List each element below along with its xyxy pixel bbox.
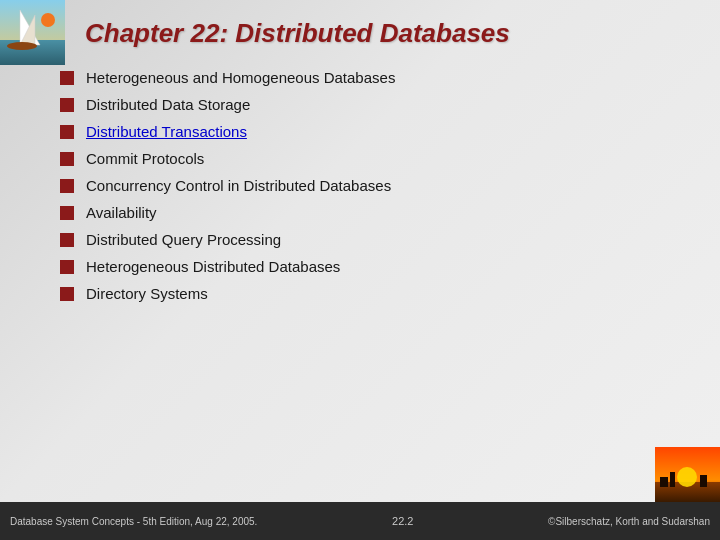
bullet-text: Distributed Data Storage (86, 96, 250, 113)
bullet-icon (60, 179, 74, 193)
list-item: Distributed Query Processing (60, 231, 680, 248)
bullet-icon (60, 287, 74, 301)
bullet-text: Concurrency Control in Distributed Datab… (86, 177, 391, 194)
sailboat-image (0, 0, 65, 65)
svg-point-8 (677, 467, 697, 487)
svg-rect-9 (660, 477, 668, 487)
list-item: Distributed Transactions (60, 123, 680, 140)
svg-point-5 (7, 42, 37, 50)
svg-point-2 (41, 13, 55, 27)
footer-center: 22.2 (392, 515, 413, 527)
slide-title: Chapter 22: Distributed Databases (85, 18, 510, 48)
list-item: Availability (60, 204, 680, 221)
bullet-icon (60, 98, 74, 112)
bullet-text: Heterogeneous and Homogeneous Databases (86, 69, 395, 86)
bullet-link-text[interactable]: Distributed Transactions (86, 123, 247, 140)
bullet-icon (60, 71, 74, 85)
bullet-text: Commit Protocols (86, 150, 204, 167)
bullet-icon (60, 233, 74, 247)
content-area: Heterogeneous and Homogeneous DatabasesD… (60, 69, 680, 540)
bullet-text: Directory Systems (86, 285, 208, 302)
footer-right: ©Silberschatz, Korth and Sudarshan (548, 516, 710, 527)
list-item: Heterogeneous and Homogeneous Databases (60, 69, 680, 86)
svg-rect-11 (700, 475, 707, 487)
bullet-text: Availability (86, 204, 157, 221)
slide: Chapter 22: Distributed Databases Hetero… (0, 0, 720, 540)
bullet-icon (60, 206, 74, 220)
footer: Database System Concepts - 5th Edition, … (0, 502, 720, 540)
list-item: Concurrency Control in Distributed Datab… (60, 177, 680, 194)
list-item: Heterogeneous Distributed Databases (60, 258, 680, 275)
svg-rect-10 (670, 472, 675, 487)
list-item: Directory Systems (60, 285, 680, 302)
title-bar: Chapter 22: Distributed Databases (70, 8, 700, 59)
list-item: Distributed Data Storage (60, 96, 680, 113)
bullet-icon (60, 260, 74, 274)
bullet-text: Heterogeneous Distributed Databases (86, 258, 340, 275)
bullet-icon (60, 125, 74, 139)
list-item: Commit Protocols (60, 150, 680, 167)
sunset-image (655, 447, 720, 502)
footer-left: Database System Concepts - 5th Edition, … (10, 516, 257, 527)
bullet-icon (60, 152, 74, 166)
bullet-text: Distributed Query Processing (86, 231, 281, 248)
bullet-list: Heterogeneous and Homogeneous DatabasesD… (60, 69, 680, 302)
